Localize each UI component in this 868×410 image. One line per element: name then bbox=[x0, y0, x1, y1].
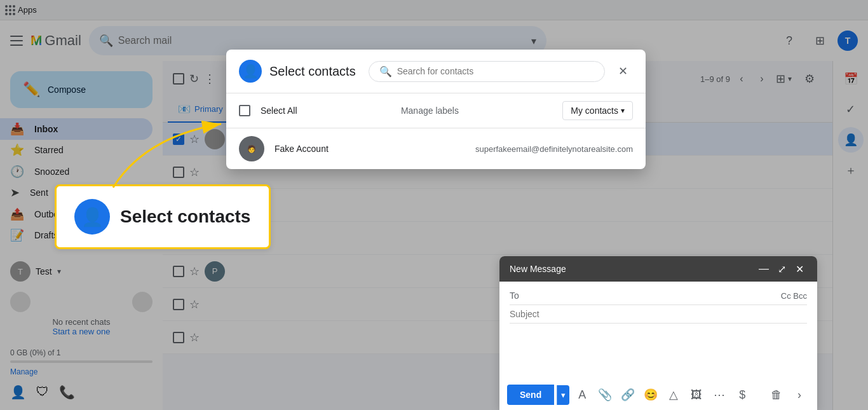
callout-box: 👤 Select contacts bbox=[55, 184, 271, 249]
contact-avatar-image: 🧑 bbox=[247, 145, 256, 153]
select-contacts-dialog: 👤 Select contacts 🔍 ✕ Select All Manage … bbox=[226, 50, 646, 169]
my-contacts-chevron: ▾ bbox=[621, 106, 625, 115]
dialog-search-bar[interactable]: 🔍 bbox=[369, 61, 605, 82]
dialog-search-icon: 🔍 bbox=[379, 65, 392, 78]
dialog-avatar: 👤 bbox=[239, 60, 262, 83]
contact-name: Fake Account bbox=[275, 144, 329, 154]
photo-icon[interactable]: 🖼 bbox=[686, 385, 707, 405]
compose-to-label: To bbox=[510, 290, 530, 301]
compose-to-input[interactable] bbox=[535, 290, 776, 301]
expand-button[interactable]: ⤢ bbox=[774, 261, 789, 277]
dollar-icon[interactable]: $ bbox=[732, 385, 752, 405]
compose-header: New Message — ⤢ ✕ bbox=[499, 256, 817, 282]
more-compose-right-icon[interactable]: › bbox=[789, 385, 810, 405]
close-compose-button[interactable]: ✕ bbox=[792, 261, 807, 277]
compose-subject-input[interactable] bbox=[510, 309, 807, 319]
my-contacts-label: My contacts bbox=[571, 106, 618, 116]
callout-text: Select contacts bbox=[120, 207, 250, 227]
dialog-toolbar: Select All Manage labels My contacts ▾ bbox=[226, 93, 646, 128]
callout-person-icon: 👤 bbox=[81, 207, 104, 228]
send-button[interactable]: Send bbox=[507, 385, 554, 405]
contact-list-item[interactable]: 🧑 Fake Account superfakeemail@definitely… bbox=[226, 128, 646, 169]
callout-avatar-icon: 👤 bbox=[74, 199, 110, 235]
attach-icon[interactable]: 📎 bbox=[595, 385, 615, 405]
select-all-label: Select All bbox=[261, 106, 297, 116]
compose-bottom-toolbar: Send ▾ A 📎 🔗 😊 △ 🖼 ⋯ $ 🗑 › bbox=[499, 379, 817, 410]
link-icon[interactable]: 🔗 bbox=[618, 385, 638, 405]
manage-labels-link[interactable]: Manage labels bbox=[308, 106, 553, 116]
more-compose-icon[interactable]: ⋯ bbox=[709, 385, 729, 405]
my-contacts-dropdown[interactable]: My contacts ▾ bbox=[562, 101, 633, 120]
select-all-checkbox[interactable] bbox=[239, 105, 250, 116]
dialog-header: 👤 Select contacts 🔍 ✕ bbox=[226, 50, 646, 93]
compose-to-field[interactable]: To Cc Bcc bbox=[510, 287, 807, 305]
contact-avatar: 🧑 bbox=[239, 136, 264, 161]
dialog-search-input[interactable] bbox=[397, 66, 594, 76]
compose-actions-right: 🗑 › bbox=[766, 385, 810, 405]
dialog-avatar-icon: 👤 bbox=[243, 64, 259, 79]
compose-header-title: New Message bbox=[510, 264, 566, 274]
compose-window: New Message — ⤢ ✕ To Cc Bcc Send ▾ A 📎 🔗… bbox=[499, 256, 817, 410]
dialog-close-button[interactable]: ✕ bbox=[613, 61, 633, 81]
send-dropdown-button[interactable]: ▾ bbox=[557, 385, 569, 405]
compose-cc-bcc-label[interactable]: Cc Bcc bbox=[781, 291, 807, 301]
minimize-button[interactable]: — bbox=[756, 261, 771, 277]
contact-email: superfakeemail@definitelynotarealsite.co… bbox=[475, 144, 633, 154]
compose-body: To Cc Bcc bbox=[499, 282, 817, 379]
compose-subject-field[interactable] bbox=[510, 305, 807, 324]
compose-body-area[interactable] bbox=[510, 324, 807, 374]
compose-header-icons: — ⤢ ✕ bbox=[756, 261, 807, 277]
dialog-title: Select contacts bbox=[269, 64, 356, 79]
emoji-icon[interactable]: 😊 bbox=[641, 385, 661, 405]
format-icon[interactable]: A bbox=[572, 385, 592, 405]
drive-icon[interactable]: △ bbox=[663, 385, 684, 405]
delete-compose-icon[interactable]: 🗑 bbox=[766, 385, 787, 405]
